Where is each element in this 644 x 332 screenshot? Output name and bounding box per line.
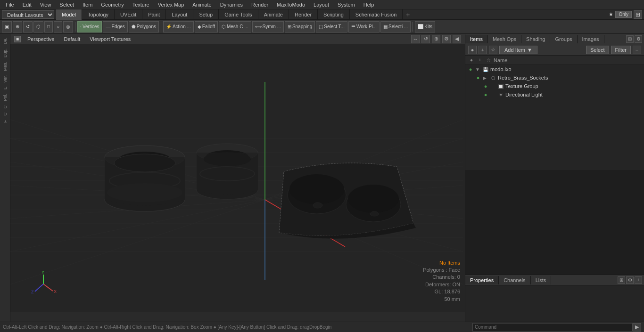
kits-btn[interactable]: ⬜ Kits	[415, 21, 435, 32]
sidebar-item-c1[interactable]: C	[2, 104, 8, 111]
layout-tab-uvedit[interactable]: UVEdit	[115, 9, 142, 20]
command-input[interactable]	[475, 324, 630, 330]
vertices-btn[interactable]: · Vertices	[77, 21, 102, 32]
tree-arrow-modo[interactable]: ▼	[475, 67, 481, 72]
menu-select[interactable]: Select	[56, 1, 78, 8]
tree-arrow-retro[interactable]: ▶	[483, 75, 488, 81]
tab-mesh-ops[interactable]: Mesh Ops	[488, 35, 521, 43]
menu-maxtomodo[interactable]: MaxToModo	[273, 1, 309, 8]
viewport-tab-perspective[interactable]: Perspective	[25, 35, 57, 43]
layout-tab-setup[interactable]: Setup	[193, 9, 219, 20]
command-input-area[interactable]	[472, 323, 633, 332]
layout-tab-render[interactable]: Render	[289, 9, 318, 20]
tool-circle-btn[interactable]: ○	[54, 21, 62, 32]
work-pl-btn[interactable]: ☰ Work Pl...	[348, 21, 380, 32]
sidebar-item-mes[interactable]: Mes.	[2, 60, 8, 73]
select-t-btn[interactable]: ⬚ Select T...	[316, 21, 347, 32]
snapping-btn[interactable]: ⊞ Snapping	[285, 21, 315, 32]
layout-dropdown[interactable]: Default Layouts	[2, 10, 54, 19]
sidebar-item-de[interactable]: De.	[2, 36, 8, 46]
prop-plus-btn[interactable]: +	[635, 276, 642, 284]
items-tree[interactable]: ● ▼ 💾 modo.lxo ● ▶ ⬡ Retro_Brass_Sockets…	[465, 65, 644, 170]
menu-render[interactable]: Render	[248, 1, 272, 8]
vp-collapse-btn[interactable]: ◀	[453, 35, 461, 43]
layout-tab-schematic-fusion[interactable]: Schematic Fusion	[350, 9, 403, 20]
vp-settings-btn[interactable]: ⚙	[442, 35, 451, 43]
sidebar-item-pol[interactable]: Pol.	[2, 92, 8, 103]
sidebar-item-c2[interactable]: C	[2, 111, 8, 118]
tree-item-retro[interactable]: ● ▶ ⬡ Retro_Brass_Sockets	[465, 73, 644, 82]
tool-add-btn[interactable]: ⊕	[13, 21, 22, 32]
selecti-btn[interactable]: ▦ Selecti ...	[380, 21, 411, 32]
menu-dynamics[interactable]: Dynamics	[216, 1, 247, 8]
tool-rotate-btn[interactable]: ↺	[23, 21, 33, 32]
tab-groups[interactable]: Groups	[550, 35, 577, 43]
layout-expand-btn[interactable]: ⊞	[634, 10, 642, 19]
command-run-btn[interactable]: ▶	[633, 323, 641, 332]
vp-rotate-btn[interactable]: ↺	[421, 35, 430, 43]
sidebar-item-ver[interactable]: Ver.	[2, 73, 8, 85]
eye-btn-modo[interactable]: ●	[467, 66, 474, 73]
polygons-btn[interactable]: ⬟ Polygons	[129, 21, 159, 32]
layout-tab-game-tools[interactable]: Game Tools	[219, 9, 258, 20]
layout-tab-model[interactable]: Model	[56, 9, 82, 20]
menu-vertex-map[interactable]: Vertex Map	[154, 1, 188, 8]
menu-item[interactable]: Item	[79, 1, 96, 8]
falloff-btn[interactable]: ◆ Falloff	[195, 21, 218, 32]
layout-tab-layout[interactable]: Layout	[166, 9, 193, 20]
layout-tab-topology[interactable]: Topology	[82, 9, 115, 20]
eye-btn-texture[interactable]: ●	[482, 83, 489, 89]
menu-file[interactable]: File	[2, 1, 18, 8]
menu-layout[interactable]: Layout	[310, 1, 333, 8]
vp-zoom-btn[interactable]: ⊕	[432, 35, 440, 43]
eye-vis-btn[interactable]: ●	[468, 46, 477, 54]
prop-tab-properties[interactable]: Properties	[465, 276, 499, 284]
eye-btn-directional[interactable]: ●	[482, 91, 489, 98]
symm-btn[interactable]: ⟺ Symm ...	[252, 21, 284, 32]
action-btn[interactable]: ⚡ Action ...	[163, 21, 194, 32]
tree-item-texture[interactable]: ● 🔲 Texture Group	[465, 82, 644, 90]
menu-edit[interactable]: Edit	[19, 1, 35, 8]
vp-fit-btn[interactable]: ↔	[411, 35, 420, 43]
eye-btn-retro[interactable]: ●	[475, 74, 481, 81]
menu-help[interactable]: Help	[360, 1, 378, 8]
mesh-c-btn[interactable]: ⬡ Mesh C ...	[219, 21, 251, 32]
menu-geometry[interactable]: Geometry	[97, 1, 127, 8]
edges-btn[interactable]: — Edges	[103, 21, 127, 32]
prop-settings-btn[interactable]: ⚙	[626, 276, 634, 284]
prop-expand-btn[interactable]: ⊞	[618, 276, 625, 284]
tab-shading[interactable]: Shading	[521, 35, 550, 43]
add-item-plus-btn[interactable]: +	[479, 46, 487, 54]
layout-tab-animate[interactable]: Animate	[258, 9, 289, 20]
tab-items[interactable]: Items	[465, 35, 488, 43]
sidebar-item-e[interactable]: E	[2, 85, 8, 91]
menu-system[interactable]: System	[334, 1, 359, 8]
tree-item-directional-light[interactable]: ● ☀ Directional Light	[465, 90, 644, 99]
viewport-tab-default[interactable]: Default	[61, 35, 83, 43]
menu-view[interactable]: View	[36, 1, 55, 8]
add-item-star-btn[interactable]: ☆	[489, 46, 497, 54]
prop-tab-channels[interactable]: Channels	[499, 276, 530, 284]
tool-box-btn[interactable]: □	[44, 21, 53, 32]
tab-images[interactable]: Images	[578, 35, 604, 43]
sidebar-item-f[interactable]: F	[2, 118, 8, 125]
layout-tab-paint[interactable]: Paint	[142, 9, 166, 20]
items-minus-btn[interactable]: −	[633, 46, 641, 54]
viewport-toggle[interactable]: ■	[14, 36, 21, 42]
tree-item-modo-lxo[interactable]: ● ▼ 💾 modo.lxo	[465, 65, 644, 73]
viewport-tab-textures[interactable]: Viewport Textures	[87, 35, 133, 43]
layout-tab-scripting[interactable]: Scripting	[318, 9, 350, 20]
prop-tab-lists[interactable]: Lists	[531, 276, 552, 284]
tool-target-btn[interactable]: ◎	[63, 21, 73, 32]
items-settings-btn[interactable]: ⚙	[635, 35, 642, 43]
tool-scene-btn[interactable]: ▣	[2, 21, 12, 32]
col-eye-btn[interactable]: ●	[468, 57, 475, 64]
layout-add-tab[interactable]: +	[403, 9, 413, 20]
viewport[interactable]: ■ Perspective Default Viewport Textures …	[10, 34, 465, 322]
sidebar-item-dup[interactable]: Dup.	[2, 47, 8, 59]
col-star-btn[interactable]: ☆	[485, 57, 492, 64]
only-button[interactable]: Only	[615, 11, 632, 18]
viewport-canvas[interactable]: X Y Z No Items Polygons : Face Channels:…	[10, 44, 465, 312]
filter-button[interactable]: Filter	[611, 46, 631, 54]
col-add-btn[interactable]: +	[477, 57, 483, 64]
